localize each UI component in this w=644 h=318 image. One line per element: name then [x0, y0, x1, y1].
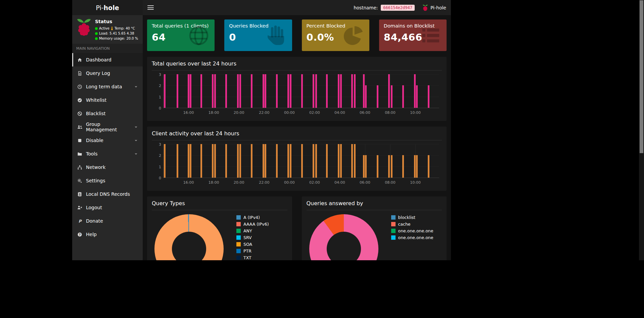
y-axis-line: [163, 75, 164, 108]
bar: [190, 144, 191, 178]
svg-text:?: ?: [79, 233, 81, 236]
bar: [313, 74, 314, 108]
desktop: Pi-hole hostname: 666154e2d947 Pi-hole: [0, 0, 644, 318]
x-tick-label: 16:00: [183, 180, 194, 185]
sidebar-item-dashboard[interactable]: Dashboard: [72, 53, 143, 66]
chevron-down-icon: [133, 125, 139, 129]
bar: [377, 85, 378, 108]
x-tick-label: 06:00: [360, 180, 370, 185]
legend-color-swatch: [391, 229, 396, 233]
total-queries-panel: Total queries over last 24 hours 012316:…: [147, 57, 447, 121]
summary-box-percent-blocked[interactable]: Percent Blocked0.0%: [302, 19, 369, 51]
legend-item-aaaa-ipv6[interactable]: AAAA (IPv6): [236, 222, 269, 227]
sidebar-item-tools[interactable]: Tools: [72, 147, 143, 161]
sidebar-item-network[interactable]: Network: [72, 161, 143, 174]
file-icon: [77, 71, 83, 76]
svg-text:P: P: [79, 219, 82, 223]
sidebar-item-help[interactable]: ?Help: [72, 228, 143, 241]
legend-item-one-one-one-one[interactable]: one.one.one.one: [391, 235, 433, 240]
app-logo[interactable]: Pi-hole: [72, 0, 143, 15]
x-tick-label: 18:00: [209, 110, 219, 115]
bar: [315, 74, 317, 108]
bar: [414, 74, 416, 108]
hand-icon: [265, 24, 288, 47]
x-axis-line: [163, 178, 439, 178]
x-tick-label: 04:00: [334, 110, 345, 115]
x-tick-label: 08:00: [385, 110, 396, 115]
legend-item-txt[interactable]: TXT: [236, 255, 269, 260]
bar: [239, 74, 241, 108]
bar: [428, 155, 429, 178]
sidebar-nav: DashboardQuery LogLong term dataWhitelis…: [72, 53, 143, 241]
legend-color-swatch: [236, 215, 241, 220]
bar: [340, 144, 342, 178]
client-activity-chart[interactable]: 012316:0018:0020:0022:0000:0002:0004:000…: [152, 142, 442, 187]
sidebar-item-group-management[interactable]: Group Management: [72, 120, 143, 134]
panel-title: Query Types: [152, 200, 287, 210]
summary-box-domains-on-blocklist[interactable]: Domains on Blocklist84,466: [379, 19, 447, 51]
scrollbar-track[interactable]: [639, 0, 644, 260]
bar: [177, 74, 178, 108]
legend-label: one.one.one.one: [398, 235, 433, 240]
legend-item-cache[interactable]: cache: [391, 222, 433, 227]
legend-item-a-ipv4[interactable]: A (IPv4): [236, 215, 269, 220]
queries-answered-donut[interactable]: [309, 214, 378, 260]
bar: [200, 74, 202, 108]
bar: [326, 144, 328, 178]
legend-item-any[interactable]: ANY: [236, 228, 269, 233]
bar: [237, 144, 239, 178]
legend-item-blocklist[interactable]: blocklist: [391, 215, 433, 220]
y-tick-label: 0: [153, 176, 161, 180]
legend-item-one-one-one-one[interactable]: one.one.one.one: [391, 228, 433, 233]
queries-answered-chart: blocklistcacheone.one.one.oneone.one.one…: [307, 214, 442, 260]
bar: [340, 74, 342, 108]
summary-box-total-queries-1-clients[interactable]: Total queries (1 clients)64: [147, 19, 215, 51]
header: Pi-hole hostname: 666154e2d947 Pi-hole: [72, 0, 451, 15]
stop-icon: [77, 138, 83, 143]
sidebar-item-label: Tools: [86, 151, 130, 156]
question-icon: ?: [77, 232, 83, 237]
clock-icon: [77, 84, 83, 89]
bottom-panels-row: Query Types A (IPv4)AAAA (IPv6)ANYSRVSOA…: [147, 196, 447, 260]
sidebar-item-label: Long term data: [86, 84, 130, 89]
sidebar-item-label: Logout: [86, 205, 139, 210]
sidebar-item-disable[interactable]: Disable: [72, 134, 143, 147]
pihole-brand-link[interactable]: Pi-hole: [422, 4, 446, 11]
total-queries-chart[interactable]: 012316:0018:0020:0022:0000:0002:0004:000…: [152, 72, 442, 117]
bar: [338, 74, 339, 108]
legend-item-srv[interactable]: SRV: [236, 235, 269, 240]
legend-color-swatch: [236, 235, 241, 240]
bar: [290, 144, 291, 178]
status-label: Memory usage:: [99, 36, 125, 41]
queries-answered-panel: Queries answered by blocklistcacheone.on…: [302, 196, 447, 260]
legend-item-soa[interactable]: SOA: [236, 242, 269, 247]
sidebar-item-logout[interactable]: Logout: [72, 201, 143, 214]
bar: [377, 155, 378, 178]
legend-color-swatch: [391, 235, 396, 240]
scrollbar-thumb[interactable]: [640, 0, 643, 153]
sidebar-item-local-dns-records[interactable]: Local DNS Records: [72, 187, 143, 201]
summary-box-queries-blocked[interactable]: Queries Blocked0: [224, 19, 292, 51]
raspberry-icon: [422, 4, 428, 11]
brand-label: Pi-hole: [430, 5, 446, 10]
query-types-donut[interactable]: [154, 214, 224, 260]
bar: [326, 74, 328, 108]
x-tick-label: 04:00: [334, 180, 345, 185]
legend-label: TXT: [243, 255, 251, 260]
status-title: Status: [95, 19, 138, 24]
legend-label: SOA: [243, 242, 252, 247]
bar: [239, 144, 241, 178]
sidebar-toggle-button[interactable]: [147, 5, 154, 10]
sidebar-item-whitelist[interactable]: Whitelist: [72, 93, 143, 107]
sidebar-item-donate[interactable]: PDonate: [72, 214, 143, 228]
sidebar-item-label: Whitelist: [86, 97, 139, 103]
sidebar-item-blacklist[interactable]: Blacklist: [72, 107, 143, 120]
x-axis-line: [163, 108, 439, 108]
sidebar-item-long-term-data[interactable]: Long term data: [72, 80, 143, 93]
sidebar-item-settings[interactable]: Settings: [72, 174, 143, 187]
sidebar-item-query-log[interactable]: Query Log: [72, 66, 143, 80]
panel-title: Total queries over last 24 hours: [152, 60, 442, 71]
sidebar-item-label: Help: [86, 232, 139, 237]
legend-item-ptr[interactable]: PTR: [236, 248, 269, 254]
bar: [263, 144, 264, 178]
